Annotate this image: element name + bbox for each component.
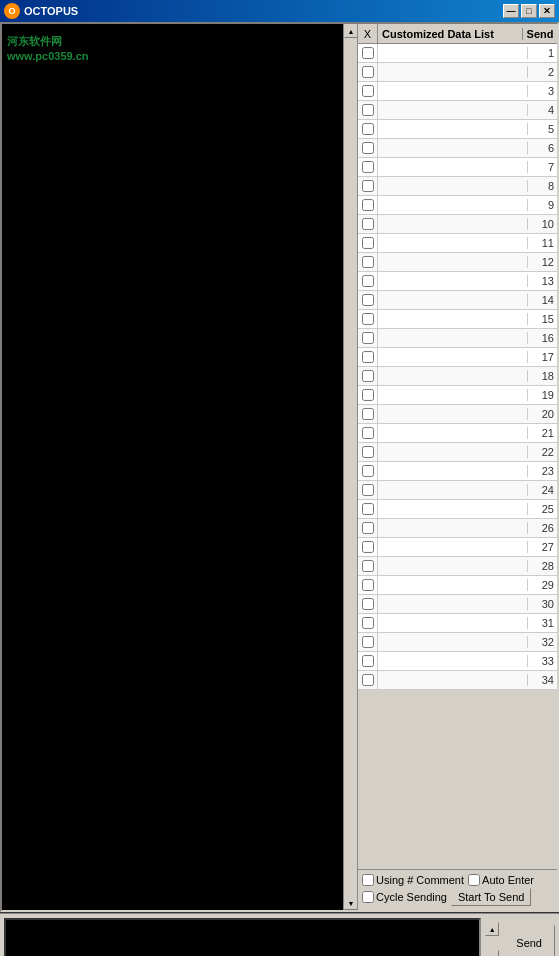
row-checkbox[interactable] bbox=[362, 484, 374, 496]
row-checkbox[interactable] bbox=[362, 142, 374, 154]
row-data-input[interactable] bbox=[378, 120, 527, 138]
cycle-sending-text: Cycle Sending bbox=[376, 891, 447, 903]
start-to-send-button[interactable]: Start To Send bbox=[451, 888, 531, 906]
table-row: 28 bbox=[358, 557, 557, 576]
row-data-input[interactable] bbox=[378, 272, 527, 290]
row-data-input[interactable] bbox=[378, 500, 527, 518]
row-data-input[interactable] bbox=[378, 538, 527, 556]
row-data-input[interactable] bbox=[378, 310, 527, 328]
close-button[interactable]: ✕ bbox=[539, 4, 555, 18]
row-checkbox[interactable] bbox=[362, 674, 374, 686]
row-checkbox[interactable] bbox=[362, 313, 374, 325]
col-x-header: X bbox=[358, 24, 378, 43]
row-checkbox[interactable] bbox=[362, 256, 374, 268]
row-checkbox[interactable] bbox=[362, 294, 374, 306]
row-checkbox[interactable] bbox=[362, 636, 374, 648]
row-checkbox[interactable] bbox=[362, 465, 374, 477]
row-checkbox[interactable] bbox=[362, 180, 374, 192]
row-checkbox[interactable] bbox=[362, 446, 374, 458]
row-data-input[interactable] bbox=[378, 291, 527, 309]
restore-button[interactable]: □ bbox=[521, 4, 537, 18]
row-checkbox[interactable] bbox=[362, 598, 374, 610]
using-comment-checkbox[interactable] bbox=[362, 874, 374, 886]
row-checkbox-container bbox=[358, 139, 378, 157]
row-data-input[interactable] bbox=[378, 405, 527, 423]
row-number: 19 bbox=[527, 389, 557, 401]
using-comment-label[interactable]: Using # Comment bbox=[362, 874, 464, 886]
row-checkbox[interactable] bbox=[362, 408, 374, 420]
row-data-input[interactable] bbox=[378, 462, 527, 480]
row-checkbox[interactable] bbox=[362, 579, 374, 591]
row-checkbox[interactable] bbox=[362, 161, 374, 173]
row-checkbox[interactable] bbox=[362, 389, 374, 401]
terminal-panel[interactable]: 河东软件网 www.pc0359.cn ▲ ▼ bbox=[2, 24, 357, 910]
send-button[interactable]: Send bbox=[503, 925, 555, 956]
row-data-input[interactable] bbox=[378, 63, 527, 81]
table-row: 10 bbox=[358, 215, 557, 234]
send-scroll-down[interactable]: ▼ bbox=[485, 950, 499, 956]
row-data-input[interactable] bbox=[378, 519, 527, 537]
row-data-input[interactable] bbox=[378, 481, 527, 499]
row-checkbox[interactable] bbox=[362, 503, 374, 515]
row-checkbox[interactable] bbox=[362, 66, 374, 78]
row-data-input[interactable] bbox=[378, 557, 527, 575]
row-data-input[interactable] bbox=[378, 253, 527, 271]
scroll-down-btn[interactable]: ▼ bbox=[344, 896, 357, 910]
row-checkbox[interactable] bbox=[362, 655, 374, 667]
row-checkbox[interactable] bbox=[362, 218, 374, 230]
row-data-input[interactable] bbox=[378, 158, 527, 176]
row-data-input[interactable] bbox=[378, 386, 527, 404]
row-data-input[interactable] bbox=[378, 177, 527, 195]
row-data-input[interactable] bbox=[378, 424, 527, 442]
scroll-up-btn[interactable]: ▲ bbox=[344, 24, 357, 38]
row-data-input[interactable] bbox=[378, 139, 527, 157]
row-checkbox-container bbox=[358, 367, 378, 385]
row-checkbox[interactable] bbox=[362, 123, 374, 135]
row-data-input[interactable] bbox=[378, 101, 527, 119]
row-data-input[interactable] bbox=[378, 234, 527, 252]
row-checkbox[interactable] bbox=[362, 85, 374, 97]
row-number: 20 bbox=[527, 408, 557, 420]
row-checkbox[interactable] bbox=[362, 104, 374, 116]
row-data-input[interactable] bbox=[378, 671, 527, 689]
row-data-input[interactable] bbox=[378, 44, 527, 62]
auto-enter-checkbox[interactable] bbox=[468, 874, 480, 886]
send-textarea[interactable] bbox=[4, 918, 481, 956]
cycle-sending-checkbox[interactable] bbox=[362, 891, 374, 903]
auto-enter-label[interactable]: Auto Enter bbox=[468, 874, 534, 886]
row-data-input[interactable] bbox=[378, 367, 527, 385]
row-data-input[interactable] bbox=[378, 614, 527, 632]
row-checkbox[interactable] bbox=[362, 275, 374, 287]
row-checkbox[interactable] bbox=[362, 522, 374, 534]
send-scroll-up[interactable]: ▲ bbox=[485, 922, 499, 936]
row-checkbox[interactable] bbox=[362, 560, 374, 572]
row-checkbox[interactable] bbox=[362, 47, 374, 59]
row-data-input[interactable] bbox=[378, 595, 527, 613]
row-data-input[interactable] bbox=[378, 652, 527, 670]
row-data-input[interactable] bbox=[378, 633, 527, 651]
row-data-input[interactable] bbox=[378, 576, 527, 594]
table-row: 7 bbox=[358, 158, 557, 177]
row-number: 18 bbox=[527, 370, 557, 382]
row-checkbox[interactable] bbox=[362, 370, 374, 382]
row-number: 5 bbox=[527, 123, 557, 135]
row-data-input[interactable] bbox=[378, 82, 527, 100]
row-data-input[interactable] bbox=[378, 196, 527, 214]
row-data-input[interactable] bbox=[378, 329, 527, 347]
table-row: 23 bbox=[358, 462, 557, 481]
row-checkbox[interactable] bbox=[362, 237, 374, 249]
row-number: 10 bbox=[527, 218, 557, 230]
row-checkbox[interactable] bbox=[362, 617, 374, 629]
row-checkbox[interactable] bbox=[362, 541, 374, 553]
cycle-sending-label[interactable]: Cycle Sending bbox=[362, 891, 447, 903]
row-checkbox[interactable] bbox=[362, 199, 374, 211]
minimize-button[interactable]: — bbox=[503, 4, 519, 18]
row-data-input[interactable] bbox=[378, 443, 527, 461]
row-checkbox[interactable] bbox=[362, 351, 374, 363]
row-checkbox[interactable] bbox=[362, 427, 374, 439]
row-checkbox-container bbox=[358, 462, 378, 480]
row-data-input[interactable] bbox=[378, 348, 527, 366]
table-row: 29 bbox=[358, 576, 557, 595]
row-checkbox[interactable] bbox=[362, 332, 374, 344]
row-data-input[interactable] bbox=[378, 215, 527, 233]
